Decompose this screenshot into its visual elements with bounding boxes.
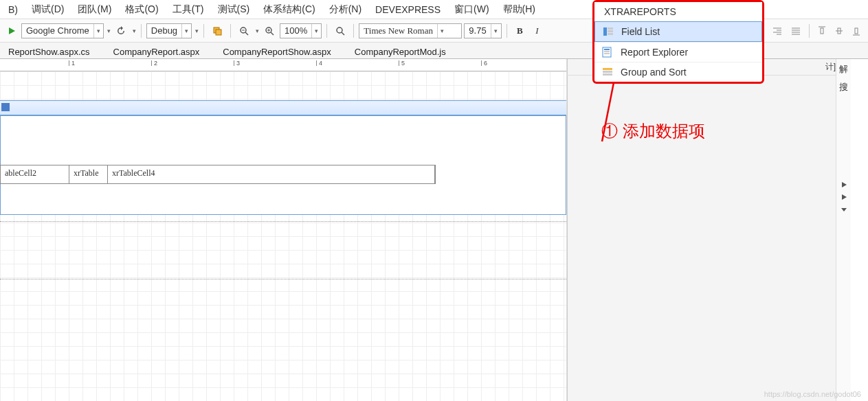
config-selector[interactable]: Debug ▾: [146, 23, 192, 38]
toolbar-separator: [353, 24, 354, 38]
zoom-value: 100%: [280, 24, 311, 38]
file-tab[interactable]: ReportShow.aspx.cs: [3, 45, 96, 58]
font-value: Times New Roman: [359, 24, 437, 38]
valign-bottom-icon: [852, 26, 860, 36]
band-handle-icon[interactable]: [1, 103, 10, 111]
file-tab[interactable]: CompanyReportShow.aspx: [217, 45, 337, 58]
svg-marker-0: [9, 27, 15, 34]
file-tab[interactable]: CompanyReportMod.js: [349, 45, 452, 58]
refresh-button[interactable]: [113, 23, 129, 39]
designer-surface[interactable]: ableCell2 xrTable xrTableCell4: [0, 71, 566, 401]
caret-icon[interactable]: [841, 206, 847, 213]
valign-top-icon: [818, 26, 826, 36]
menu-item-team[interactable]: 团队(M): [71, 1, 118, 19]
valign-middle-icon: [835, 26, 843, 36]
side-panel-label: 计]: [825, 61, 836, 73]
zoom-in-button[interactable]: [261, 23, 278, 39]
ruler-tick: 1: [69, 60, 75, 66]
xr-table[interactable]: ableCell2 xrTable xrTableCell4: [0, 165, 436, 184]
file-tab[interactable]: CompanyReport.aspx: [108, 45, 205, 58]
toolbar-separator: [203, 24, 204, 38]
align-right-icon: [772, 27, 782, 35]
italic-button[interactable]: I: [529, 23, 544, 39]
layers-icon: [212, 26, 222, 36]
ruler-tick: 3: [234, 60, 240, 66]
fontsize-selector[interactable]: 9.75 ▾: [464, 23, 502, 38]
svg-marker-35: [842, 194, 847, 200]
chevron-down-icon: ▾: [256, 27, 259, 34]
svg-rect-44: [604, 53, 610, 54]
menu-item-label: Report Explorer: [621, 47, 688, 58]
toolbar-separator: [230, 24, 231, 38]
align-justify-button[interactable]: [788, 23, 804, 39]
menu-item-architecture[interactable]: 体系结构(C): [256, 1, 322, 19]
group-sort-icon: [601, 66, 614, 78]
bold-button[interactable]: B: [512, 23, 527, 39]
zoom-out-button[interactable]: [236, 23, 252, 39]
layer-button[interactable]: [209, 23, 225, 39]
valign-bottom-button[interactable]: [849, 23, 864, 39]
menu-item-debug[interactable]: 调试(D): [25, 1, 71, 19]
play-icon: [8, 27, 16, 35]
svg-rect-43: [604, 51, 610, 52]
align-right-button[interactable]: [769, 23, 786, 39]
svg-rect-2: [216, 30, 221, 35]
xtrareports-menu-popup: XTRAREPORTS Field List Report Explorer G…: [592, 0, 764, 84]
menu-item-group-sort[interactable]: Group and Sort: [594, 62, 762, 82]
menu-item-format[interactable]: 格式(O): [118, 1, 165, 19]
svg-rect-29: [821, 28, 823, 34]
report-band-2[interactable]: [0, 221, 566, 279]
svg-rect-47: [603, 73, 612, 76]
chevron-down-icon: ▾: [93, 24, 103, 38]
rail-tab-solution[interactable]: 解: [839, 63, 848, 76]
ruler-tick: 5: [399, 60, 405, 66]
svg-line-7: [271, 32, 274, 35]
chevron-down-icon: ▾: [311, 24, 321, 38]
table-cell[interactable]: xrTable: [69, 165, 108, 183]
chevron-down-icon: ▾: [133, 27, 136, 34]
zoom-selector[interactable]: 100% ▾: [280, 23, 322, 38]
zoom-in-icon: [265, 26, 274, 36]
menu-item-help[interactable]: 帮助(H): [496, 1, 542, 19]
menu-item-analyze[interactable]: 分析(N): [322, 1, 368, 19]
toolbar-separator: [141, 24, 142, 38]
horizontal-ruler: 1 2 3 4 5 6: [0, 59, 566, 71]
align-justify-icon: [791, 27, 801, 35]
menu-item-test[interactable]: 测试(S): [211, 1, 257, 19]
browser-selector[interactable]: Google Chrome ▾: [21, 23, 104, 38]
ruler-tick: 6: [481, 60, 487, 66]
svg-line-11: [342, 32, 344, 35]
zoom-reset-button[interactable]: [332, 23, 348, 39]
menu-item-field-list[interactable]: Field List: [594, 21, 762, 42]
toolbar-separator: [809, 24, 810, 38]
menu-item-devexpress[interactable]: DEVEXPRESS: [368, 1, 447, 18]
chevron-down-icon: ▾: [437, 24, 447, 38]
svg-rect-45: [603, 68, 612, 70]
svg-rect-42: [604, 49, 610, 50]
font-selector[interactable]: Times New Roman ▾: [359, 23, 462, 38]
field-list-icon: [602, 25, 614, 38]
menu-item-b[interactable]: B): [1, 1, 25, 18]
ruler-tick: 4: [316, 60, 322, 66]
run-button[interactable]: [4, 23, 19, 39]
table-cell[interactable]: ableCell2: [1, 165, 69, 183]
report-designer-canvas: 1 2 3 4 5 6 ableCell2 xrTable xrTableCel…: [0, 59, 567, 401]
table-cell[interactable]: xrTableCell4: [108, 165, 435, 183]
chevron-down-icon: ▾: [107, 27, 111, 34]
menu-item-label: Field List: [621, 26, 660, 37]
fontsize-value: 9.75: [465, 24, 490, 38]
valign-middle-button[interactable]: [832, 23, 847, 39]
svg-rect-38: [608, 27, 613, 30]
rail-tab-search[interactable]: 搜: [839, 81, 848, 93]
svg-rect-33: [855, 28, 858, 34]
detail-band-header[interactable]: [0, 100, 566, 115]
ruler-tick: 2: [151, 60, 157, 66]
menu-item-window[interactable]: 窗口(W): [447, 1, 496, 19]
menu-item-tools[interactable]: 工具(T): [166, 1, 211, 19]
xtrareports-menu-title[interactable]: XTRAREPORTS: [594, 2, 762, 21]
valign-top-button[interactable]: [814, 23, 830, 39]
play-icon[interactable]: [841, 181, 847, 188]
menu-item-report-explorer[interactable]: Report Explorer: [594, 42, 762, 62]
play-icon[interactable]: [841, 194, 847, 200]
toolbar-separator: [507, 24, 507, 38]
